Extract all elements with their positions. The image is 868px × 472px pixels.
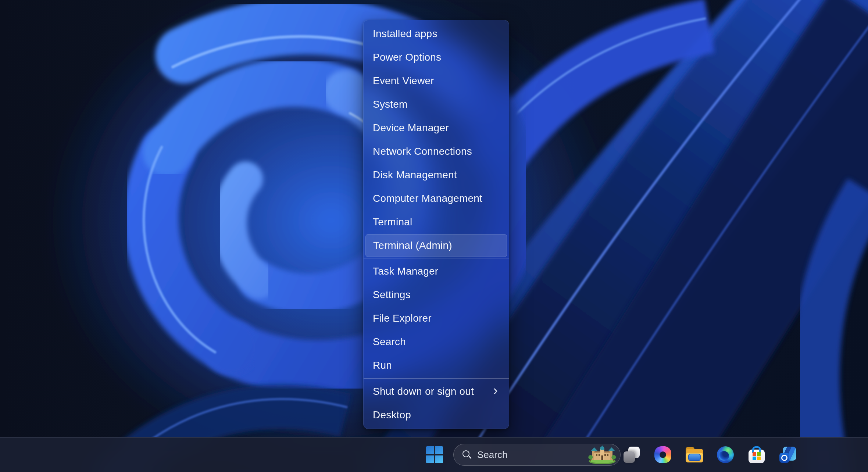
menu-separator	[364, 378, 509, 379]
menu-item-computer-management[interactable]: Computer Management	[364, 187, 509, 210]
menu-item-shut-down-or-sign-out[interactable]: Shut down or sign out›	[364, 380, 509, 403]
edge-button[interactable]	[714, 444, 736, 466]
taskbar: Search	[0, 437, 868, 472]
menu-item-network-connections[interactable]: Network Connections	[364, 140, 509, 163]
menu-item-run[interactable]: Run	[364, 354, 509, 377]
winx-menu: Installed appsPower OptionsEvent ViewerS…	[363, 20, 509, 429]
menu-item-system[interactable]: System	[364, 93, 509, 116]
start-button[interactable]	[424, 444, 446, 466]
search-placeholder: Search	[477, 449, 507, 461]
taskbar-search-box[interactable]: Search	[453, 444, 621, 466]
menu-item-label: Task Manager	[373, 265, 438, 277]
menu-item-label: Power Options	[373, 51, 441, 63]
menu-item-label: Computer Management	[373, 193, 482, 204]
menu-item-label: Desktop	[373, 409, 411, 421]
menu-item-settings[interactable]: Settings	[364, 283, 509, 307]
menu-item-event-viewer[interactable]: Event Viewer	[364, 69, 509, 93]
menu-item-label: Installed apps	[373, 28, 437, 40]
edge-icon	[717, 446, 734, 463]
castle-illustration	[586, 445, 618, 464]
menu-item-power-options[interactable]: Power Options	[364, 46, 509, 69]
menu-item-disk-management[interactable]: Disk Management	[364, 163, 509, 187]
menu-item-label: Device Manager	[373, 122, 449, 134]
menu-item-label: Settings	[373, 289, 411, 301]
menu-item-label: Event Viewer	[373, 75, 434, 87]
windows-logo-icon	[426, 446, 443, 463]
bing-daily-image[interactable]	[586, 445, 618, 464]
menu-item-label: Terminal (Admin)	[373, 240, 452, 251]
menu-item-terminal[interactable]: Terminal	[364, 210, 509, 234]
menu-item-task-manager[interactable]: Task Manager	[364, 260, 509, 283]
menu-item-label: Disk Management	[373, 169, 457, 181]
task-view-icon	[624, 447, 640, 463]
outlook-icon	[779, 447, 796, 463]
menu-item-label: System	[373, 99, 408, 110]
menu-item-device-manager[interactable]: Device Manager	[364, 116, 509, 140]
copilot-button[interactable]	[652, 444, 674, 466]
microsoft-store-button[interactable]	[746, 444, 768, 466]
task-view-button[interactable]	[621, 444, 643, 466]
chevron-right-icon: ›	[493, 383, 498, 397]
microsoft-store-icon	[749, 446, 765, 463]
menu-item-label: Run	[373, 360, 392, 371]
menu-item-label: Terminal	[373, 216, 412, 228]
menu-item-label: File Explorer	[373, 312, 432, 324]
file-explorer-icon	[686, 447, 703, 462]
menu-item-terminal-admin[interactable]: Terminal (Admin)	[365, 234, 507, 257]
menu-item-installed-apps[interactable]: Installed apps	[364, 22, 509, 46]
search-icon	[462, 450, 471, 459]
menu-item-search[interactable]: Search	[364, 330, 509, 354]
menu-item-label: Network Connections	[373, 146, 472, 157]
menu-item-label: Search	[373, 336, 406, 348]
file-explorer-button[interactable]	[683, 444, 706, 466]
menu-item-file-explorer[interactable]: File Explorer	[364, 307, 509, 330]
menu-item-desktop[interactable]: Desktop	[364, 403, 509, 427]
desktop: Installed appsPower OptionsEvent ViewerS…	[0, 0, 868, 472]
outlook-button[interactable]	[777, 444, 799, 466]
copilot-icon	[654, 446, 671, 463]
menu-separator	[364, 258, 509, 258]
menu-item-label: Shut down or sign out	[373, 386, 474, 397]
